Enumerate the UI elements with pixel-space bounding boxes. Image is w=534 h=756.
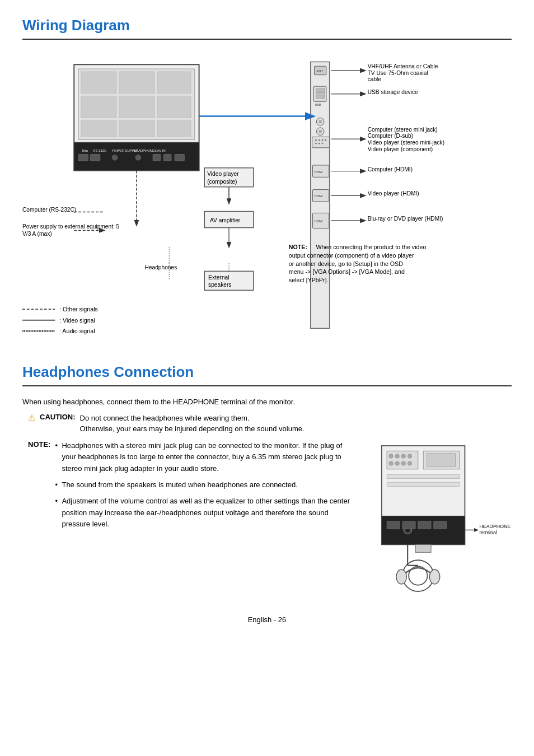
svg-rect-8 bbox=[119, 120, 154, 137]
caution-text: Do not connect the headphones while wear… bbox=[80, 413, 305, 435]
svg-text:Computer (RS-232C): Computer (RS-232C) bbox=[22, 207, 76, 213]
svg-rect-121 bbox=[415, 544, 431, 552]
svg-rect-5 bbox=[119, 96, 154, 118]
svg-text:select [YPbPr].: select [YPbPr]. bbox=[289, 277, 329, 283]
svg-text:Computer (D-sub): Computer (D-sub) bbox=[368, 133, 414, 139]
svg-rect-6 bbox=[157, 96, 191, 118]
svg-rect-112 bbox=[387, 474, 460, 478]
svg-text:Computer (HDMI): Computer (HDMI) bbox=[368, 166, 413, 172]
svg-point-35 bbox=[315, 139, 317, 141]
wiring-svg: 50φ RS-232C POWER SUPPLY HEADPHONES AV I… bbox=[22, 51, 512, 339]
svg-point-108 bbox=[395, 461, 399, 465]
svg-text:RS-232C: RS-232C bbox=[93, 149, 106, 152]
svg-point-105 bbox=[401, 454, 405, 458]
svg-text:Blu-ray or DVD player (HDMI): Blu-ray or DVD player (HDMI) bbox=[368, 216, 443, 222]
svg-text:HDMI: HDMI bbox=[314, 194, 322, 198]
svg-text:: Other signals: : Other signals bbox=[59, 306, 98, 312]
wiring-diagram-container: 50φ RS-232C POWER SUPPLY HEADPHONES AV I… bbox=[22, 51, 512, 341]
note-item-1: Headphones with a stereo mini jack plug … bbox=[55, 440, 355, 475]
headphones-intro: When using headphones, connect them to t… bbox=[22, 398, 512, 406]
warning-triangle-icon: ⚠ bbox=[28, 413, 35, 435]
svg-text:Video player: Video player bbox=[207, 171, 239, 177]
svg-rect-28 bbox=[316, 94, 325, 99]
note-item-3: Adjustment of the volume control as well… bbox=[55, 496, 355, 530]
svg-point-104 bbox=[395, 454, 399, 458]
svg-text:HDMI: HDMI bbox=[314, 220, 322, 223]
svg-text:AV IN: AV IN bbox=[157, 149, 166, 152]
svg-rect-113 bbox=[387, 482, 460, 486]
svg-text:cable: cable bbox=[368, 76, 382, 82]
page-number: English - 26 bbox=[22, 615, 512, 624]
svg-point-131 bbox=[429, 570, 440, 584]
svg-rect-114 bbox=[382, 516, 465, 544]
headphones-section: Headphones Connection When using headpho… bbox=[22, 363, 512, 599]
note-label: NOTE: bbox=[28, 440, 50, 535]
svg-rect-7 bbox=[81, 120, 116, 137]
svg-rect-2 bbox=[119, 72, 154, 94]
svg-text:AV amplifier: AV amplifier bbox=[210, 217, 241, 223]
svg-point-106 bbox=[407, 454, 411, 458]
svg-text:50φ: 50φ bbox=[82, 149, 88, 152]
headphones-text-col: NOTE: Headphones with a stereo mini jack… bbox=[22, 440, 355, 599]
svg-rect-16 bbox=[78, 155, 88, 161]
svg-text:USB storage device: USB storage device bbox=[368, 89, 418, 95]
svg-rect-20 bbox=[153, 155, 161, 161]
svg-text:Video player (stereo mini-jack: Video player (stereo mini-jack) bbox=[368, 139, 444, 146]
svg-text:ANT: ANT bbox=[316, 69, 323, 73]
svg-point-38 bbox=[325, 139, 326, 141]
svg-text:terminal: terminal bbox=[479, 530, 496, 535]
svg-point-37 bbox=[322, 139, 324, 141]
note-block: NOTE: Headphones with a stereo mini jack… bbox=[22, 440, 355, 535]
svg-text:speakers: speakers bbox=[208, 282, 231, 288]
headphones-title: Headphones Connection bbox=[22, 363, 512, 381]
svg-text:HDMI: HDMI bbox=[314, 170, 322, 174]
headphones-lower: NOTE: Headphones with a stereo mini jack… bbox=[22, 440, 512, 599]
svg-point-40 bbox=[318, 143, 320, 144]
svg-rect-4 bbox=[81, 96, 116, 118]
svg-point-126 bbox=[402, 560, 434, 591]
svg-text:output connector (component) o: output connector (component) of a video … bbox=[289, 252, 414, 259]
svg-rect-27 bbox=[316, 88, 325, 93]
svg-rect-118 bbox=[402, 521, 415, 529]
svg-rect-1 bbox=[81, 72, 116, 94]
svg-text:HEADPHONE: HEADPHONE bbox=[479, 523, 510, 529]
svg-text:menu -> [VGA Options] -> [VGA : menu -> [VGA Options] -> [VGA Mode], and bbox=[289, 268, 405, 275]
svg-text:TV Use 75-Ohm coaxial: TV Use 75-Ohm coaxial bbox=[368, 70, 428, 76]
svg-rect-120 bbox=[434, 521, 447, 529]
headphones-diagram-col: HEADPHONE terminal bbox=[366, 440, 512, 599]
svg-text:When connecting the product to: When connecting the product to the video bbox=[316, 244, 426, 250]
svg-rect-119 bbox=[418, 521, 431, 529]
svg-point-31 bbox=[318, 120, 322, 123]
wiring-diagram-section: Wiring Diagram 50φ RS-232C POWER SUPPLY … bbox=[22, 17, 512, 341]
svg-text:HEADPHONES: HEADPHONES bbox=[134, 149, 157, 152]
headphones-divider bbox=[22, 385, 512, 386]
svg-point-130 bbox=[396, 570, 407, 584]
svg-text:VHF/UHF Antenna or Cable: VHF/UHF Antenna or Cable bbox=[368, 63, 438, 69]
caution-label: CAUTION: bbox=[40, 413, 76, 435]
headphones-diagram-svg: HEADPHONE terminal bbox=[366, 440, 512, 597]
svg-rect-101 bbox=[387, 451, 418, 469]
svg-text:: Video signal: : Video signal bbox=[59, 317, 95, 324]
svg-rect-21 bbox=[163, 155, 171, 161]
svg-rect-9 bbox=[157, 120, 191, 137]
svg-rect-22 bbox=[175, 155, 184, 161]
svg-text:Video player (HDMI): Video player (HDMI) bbox=[368, 190, 419, 197]
svg-text:Headphones: Headphones bbox=[145, 264, 177, 270]
svg-rect-34 bbox=[312, 137, 330, 147]
svg-point-39 bbox=[315, 143, 317, 144]
section-divider bbox=[22, 39, 512, 40]
svg-rect-3 bbox=[157, 72, 191, 94]
svg-text:V/3 A (max): V/3 A (max) bbox=[22, 231, 52, 237]
svg-rect-17 bbox=[90, 155, 100, 161]
caution-block: ⚠ CAUTION: Do not connect the headphones… bbox=[22, 413, 512, 435]
svg-text:External: External bbox=[208, 274, 229, 281]
svg-point-103 bbox=[389, 454, 393, 458]
svg-point-110 bbox=[407, 461, 411, 465]
svg-point-19 bbox=[135, 155, 141, 160]
svg-point-18 bbox=[112, 155, 118, 160]
svg-text:NOTE:: NOTE: bbox=[289, 244, 307, 250]
svg-text:(composite): (composite) bbox=[207, 179, 237, 185]
svg-point-109 bbox=[401, 461, 405, 465]
svg-point-33 bbox=[318, 130, 322, 133]
svg-rect-117 bbox=[387, 521, 400, 529]
